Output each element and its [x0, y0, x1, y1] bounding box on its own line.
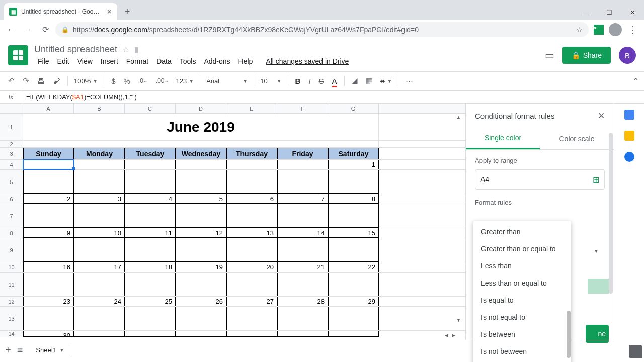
calendar-cell[interactable]: 24 [74, 297, 125, 306]
calendar-cell[interactable] [125, 170, 176, 194]
currency-button[interactable]: $ [108, 75, 118, 87]
menu-addons[interactable]: Add-ons [200, 56, 233, 67]
col-head-f[interactable]: F [277, 104, 328, 113]
calendar-cell[interactable] [328, 273, 379, 296]
rule-option[interactable]: Greater than [473, 223, 571, 240]
strikethrough-button[interactable]: S [316, 75, 327, 87]
calendar-cell[interactable] [176, 307, 226, 330]
sheet-tab[interactable]: Sheet1▼ [29, 343, 71, 357]
select-all-corner[interactable] [0, 104, 23, 113]
row-head[interactable]: 8 [0, 228, 23, 238]
collapse-toolbar-button[interactable]: ⌃ [632, 76, 639, 86]
calendar-cell[interactable] [277, 204, 328, 228]
redo-button[interactable]: ↷ [20, 74, 32, 87]
calendar-title[interactable]: June 2019 [23, 114, 379, 140]
calendar-cell[interactable] [277, 238, 328, 262]
explore-button[interactable] [629, 345, 642, 358]
col-head-e[interactable]: E [226, 104, 277, 113]
calendar-cell[interactable] [23, 273, 74, 296]
rule-option[interactable]: Is not between [473, 343, 571, 360]
rule-option[interactable]: Is between [473, 326, 571, 343]
calendar-cell[interactable] [226, 170, 277, 194]
menu-edit[interactable]: Edit [54, 56, 73, 67]
fill-color-button[interactable]: ◢ [349, 74, 361, 87]
row-head[interactable]: 7 [0, 204, 23, 228]
menu-insert[interactable]: Insert [97, 56, 122, 67]
calendar-cell[interactable] [328, 307, 379, 330]
day-header[interactable]: Tuesday [125, 148, 176, 159]
tab-close-icon[interactable]: ✕ [107, 8, 112, 16]
day-header[interactable]: Friday [277, 148, 328, 159]
zoom-select[interactable]: 100%▼ [72, 77, 100, 85]
calendar-cell[interactable]: 22 [328, 262, 379, 272]
calendar-cell[interactable]: 26 [176, 297, 226, 306]
row-head[interactable]: 10 [0, 262, 23, 272]
calendar-cell[interactable]: 20 [226, 262, 277, 272]
range-grid-icon[interactable]: ⊞ [593, 175, 599, 185]
formula-input[interactable]: =IF(WEEKDAY($A1)=COLUMN(),1,"") [22, 93, 141, 101]
calendar-cell[interactable]: 2 [23, 194, 74, 204]
calendar-cell[interactable] [277, 307, 328, 330]
horizontal-scrollbar[interactable]: ◀ ▶ [23, 333, 455, 339]
calendar-cell[interactable] [74, 160, 125, 169]
all-sheets-button[interactable]: ≡ [17, 344, 23, 356]
menu-tools[interactable]: Tools [176, 56, 200, 67]
calendar-cell[interactable]: 15 [328, 228, 379, 238]
calendar-cell[interactable]: 10 [74, 228, 125, 238]
minimize-button[interactable]: — [575, 4, 598, 20]
calendar-cell[interactable] [226, 273, 277, 296]
maximize-button[interactable]: ☐ [598, 4, 621, 20]
rule-option[interactable]: Greater than or equal to [473, 240, 571, 257]
menu-view[interactable]: View [74, 56, 96, 67]
panel-scrollbar[interactable] [609, 133, 613, 327]
menu-help[interactable]: Help [235, 56, 257, 67]
account-avatar[interactable]: B [619, 47, 636, 64]
tab-color-scale[interactable]: Color scale [540, 128, 614, 149]
calendar-cell[interactable] [176, 238, 226, 262]
more-toolbar-button[interactable]: ⋯ [403, 74, 416, 87]
calendar-cell[interactable] [328, 238, 379, 262]
row-head[interactable]: 5 [0, 170, 23, 194]
row-head[interactable]: 14 [0, 331, 23, 337]
calendar-cell[interactable]: 29 [328, 297, 379, 306]
borders-button[interactable]: ▦ [363, 74, 376, 87]
calendar-cell[interactable] [226, 238, 277, 262]
calendar-cell[interactable]: 9 [23, 228, 74, 238]
calendar-cell[interactable] [328, 204, 379, 228]
percent-button[interactable]: % [121, 75, 133, 87]
calendar-cell[interactable] [226, 204, 277, 228]
tab-single-color[interactable]: Single color [466, 128, 540, 149]
move-folder-icon[interactable]: ▮ [134, 45, 139, 54]
calendar-cell[interactable] [125, 307, 176, 330]
calendar-cell[interactable] [176, 170, 226, 194]
col-head-g[interactable]: G [328, 104, 379, 113]
calendar-cell[interactable]: 13 [226, 228, 277, 238]
row-head[interactable]: 1 [0, 114, 23, 140]
calendar-cell[interactable] [176, 160, 226, 169]
text-color-button[interactable]: A [329, 75, 340, 87]
day-header[interactable]: Monday [74, 148, 125, 159]
calendar-cell[interactable]: 28 [277, 297, 328, 306]
add-sheet-button[interactable]: + [5, 344, 11, 356]
calendar-cell[interactable]: 8 [328, 194, 379, 204]
save-status[interactable]: All changes saved in Drive [262, 56, 352, 67]
calendar-cell[interactable] [277, 170, 328, 194]
browser-menu-button[interactable]: ⋮ [625, 24, 640, 35]
panel-close-icon[interactable]: ✕ [598, 111, 605, 121]
calendar-cell[interactable]: 7 [277, 194, 328, 204]
calendar-cell[interactable] [176, 273, 226, 296]
col-head-a[interactable]: A [23, 104, 74, 113]
sheets-logo-icon[interactable] [8, 45, 28, 65]
col-head-c[interactable]: C [125, 104, 176, 113]
range-input[interactable]: A4 ⊞ [475, 169, 605, 190]
calendar-cell[interactable] [74, 273, 125, 296]
increase-decimals-button[interactable]: .00→ [153, 75, 172, 86]
spreadsheet-grid[interactable]: A B C D E F G 1June 2019 2 3 Sunday Mond… [0, 104, 465, 340]
bookmark-star-icon[interactable]: ☆ [576, 26, 583, 34]
calendar-cell[interactable]: 4 [125, 194, 176, 204]
paint-format-button[interactable]: 🖌 [50, 75, 63, 87]
calendar-cell[interactable] [328, 170, 379, 194]
rule-option[interactable]: Is not equal to [473, 309, 571, 326]
row-head[interactable]: 2 [0, 141, 23, 147]
calendar-cell[interactable] [23, 307, 74, 330]
